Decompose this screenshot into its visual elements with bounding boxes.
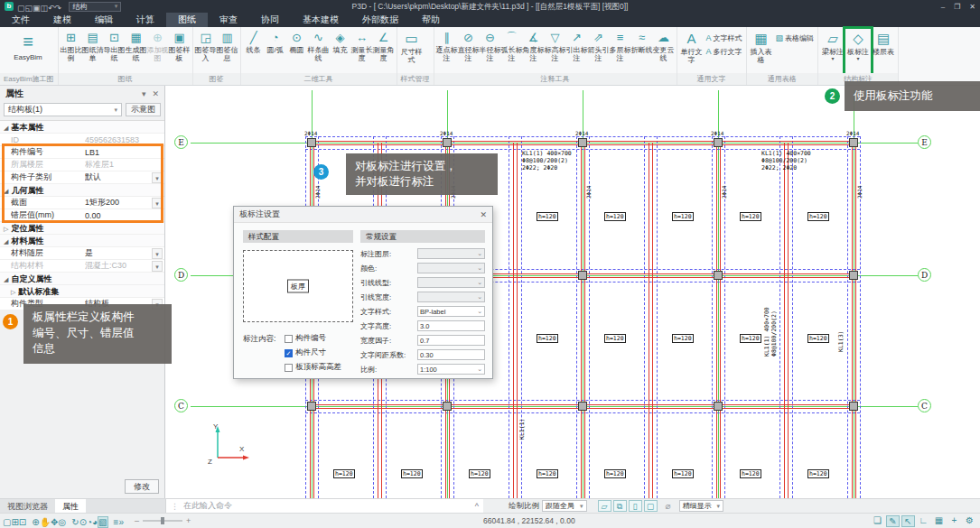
ribbon-button-ellipse[interactable]: ⊙椭圆 — [286, 29, 308, 73]
ribbon-button-angle-dim[interactable]: ∡角度标注 — [523, 29, 545, 73]
menu-item-外部数据[interactable]: 外部数据 — [350, 13, 410, 27]
new-window-icon[interactable]: ⊡ — [19, 517, 26, 527]
orbit-icon[interactable]: ↻ — [71, 517, 79, 527]
beam-visibility-icon[interactable]: ⧉ — [613, 500, 627, 512]
save-all-icon[interactable]: ◫ — [41, 4, 49, 13]
column[interactable] — [443, 402, 452, 411]
field-select[interactable]: ⌄ — [417, 292, 485, 302]
property-section-定位属性[interactable]: ▷定位属性 — [0, 222, 164, 235]
column[interactable] — [714, 138, 723, 147]
ribbon-button-measure-angle[interactable]: ∠测量角度 — [373, 29, 395, 73]
ribbon-button-arrow-leader[interactable]: ⇗箭头引注 — [588, 29, 610, 73]
zoom-slider[interactable]: – + — [135, 516, 191, 525]
ribbon-button-export-sheet[interactable]: ⊡导出图纸 — [104, 29, 126, 73]
grid-bubble-C-right[interactable]: C — [918, 399, 931, 412]
slab-edge-line[interactable] — [712, 136, 713, 498]
slab-thickness-tag[interactable]: h=120 — [740, 334, 761, 343]
wall-visibility-icon[interactable]: ▢ — [644, 500, 658, 512]
ribbon-button-table-edit[interactable]: ▧表格编辑 — [776, 32, 815, 43]
ribbon-button-insert-table[interactable]: ▦插入表格 — [749, 29, 774, 73]
column[interactable] — [578, 271, 587, 280]
checkbox-板顶标高高差[interactable]: 板顶标高高差 — [285, 360, 341, 375]
slab-edge-line[interactable] — [792, 136, 793, 498]
column[interactable] — [714, 271, 723, 280]
menu-item-审查[interactable]: 审查 — [208, 13, 249, 27]
ortho-mode-icon[interactable]: ∟ — [917, 515, 930, 527]
slab-edge-line[interactable] — [305, 136, 860, 137]
slab-thickness-tag[interactable]: h=120 — [807, 334, 829, 343]
collapse-command-icon[interactable]: ^ — [475, 502, 479, 511]
ribbon-button-radius-dim[interactable]: ⊖半径标注 — [480, 29, 501, 73]
checkbox-unchecked-icon[interactable] — [285, 364, 293, 372]
collapse-toolbar-icon[interactable]: » — [118, 517, 124, 527]
slab-thickness-tag[interactable]: h=120 — [604, 469, 626, 478]
beam-annotation[interactable]: KL1(3) — [838, 331, 845, 352]
ribbon-button-multilayer-dim[interactable]: ≡多层标注 — [610, 29, 631, 73]
dock-tab-视图浏览器[interactable]: 视图浏览器 — [0, 499, 55, 514]
slab-thickness-tag[interactable]: h=120 — [604, 334, 626, 343]
zoom-in-icon[interactable]: + — [186, 516, 191, 525]
draw-scale-select[interactable]: 跟随全局▾ — [542, 500, 587, 512]
slab-thickness-tag[interactable]: h=120 — [537, 334, 558, 343]
property-section-材料属性[interactable]: ◢材料属性 — [0, 235, 164, 247]
beam-annotation[interactable]: KL1(1) 400×700Φ8@100/200(2) — [764, 307, 779, 357]
checkbox-checked-icon[interactable]: ✓ — [285, 349, 293, 357]
zoom-window-icon[interactable]: ◎ — [59, 517, 67, 527]
slab-thickness-tag[interactable]: h=120 — [807, 212, 829, 221]
field-select[interactable]: BP-label⌄ — [417, 306, 485, 317]
schematic-button[interactable]: 示意图 — [126, 103, 161, 116]
slab-thickness-tag[interactable]: h=120 — [672, 334, 694, 343]
ribbon-button-sheet-list[interactable]: ▤图纸清单 — [82, 29, 104, 73]
maximize-button[interactable]: ❐ — [954, 3, 960, 11]
column[interactable] — [578, 138, 587, 147]
checkbox-构件尺寸[interactable]: ✓构件尺寸 — [285, 346, 341, 360]
slab-thickness-tag[interactable]: h=120 — [537, 469, 558, 478]
slab-edge-line[interactable] — [521, 136, 522, 498]
zoom-out-icon[interactable]: – — [135, 516, 139, 525]
zoom-extents-icon[interactable]: ⊕ — [32, 517, 39, 527]
beam-line-vertical[interactable] — [784, 143, 789, 498]
ribbon-button-diameter-dim[interactable]: ⊘直径标注 — [458, 29, 480, 73]
panel-pin-icon[interactable]: ▾ — [142, 89, 146, 98]
free-orbit-icon[interactable]: ⊙ — [79, 517, 87, 527]
ribbon-button-circle-arc[interactable]: ◔圆/弧 — [265, 29, 286, 73]
object-snap-icon[interactable]: + — [947, 515, 961, 527]
property-section-几何属性[interactable]: ◢几何属性 — [0, 184, 164, 197]
column-visibility-icon[interactable]: ▯ — [629, 500, 642, 512]
modify-button[interactable]: 修改 — [125, 479, 159, 494]
slab-thickness-tag[interactable]: h=120 — [469, 469, 490, 478]
viewport-config-icon[interactable]: ❏ — [871, 515, 884, 527]
field-input[interactable]: 0.30 — [417, 349, 485, 360]
ribbon-button-single-text[interactable]: A单行文字 — [679, 29, 705, 73]
grid-snap-icon[interactable]: ▦ — [932, 515, 946, 527]
view-cube-icon[interactable]: ▧ — [98, 516, 107, 528]
ribbon-button-leader-dim[interactable]: ↗引出标注 — [566, 29, 588, 73]
redo-icon[interactable]: ↷ — [55, 4, 62, 13]
element-type-select[interactable]: 结构板(1)▾ — [4, 103, 122, 116]
panel-close-icon[interactable]: ✕ — [152, 89, 159, 98]
mode-select[interactable]: 结构▾ — [69, 2, 121, 12]
field-select[interactable]: ⌄ — [417, 248, 485, 259]
beam-annotation[interactable]: KL1(1) 400×700Φ8@100/200(2)2Φ22; 2Φ20 — [522, 151, 572, 171]
ribbon-button-measure-length[interactable]: ↔测量长度 — [351, 29, 373, 73]
field-input[interactable]: 0.7 — [417, 335, 485, 346]
slab-thickness-tag[interactable]: h=120 — [807, 469, 829, 478]
menu-item-协同[interactable]: 协同 — [249, 13, 291, 27]
undo-icon[interactable]: ↶ — [48, 4, 55, 13]
dropdown-arrow-icon[interactable]: ▾ — [152, 248, 163, 259]
ribbon-button-slab-annotate[interactable]: ◇板标注▾ — [845, 29, 871, 73]
grid-bubble-C-left[interactable]: C — [174, 399, 188, 412]
slab-visibility-icon[interactable]: ▱ — [598, 500, 611, 512]
detail-display-select[interactable]: 精细显示▾ — [679, 500, 724, 512]
column[interactable] — [714, 402, 723, 411]
column[interactable] — [307, 138, 316, 147]
dialog-title-bar[interactable]: 板标注设置 ✕ — [234, 207, 492, 223]
checkbox-构件编号[interactable]: 构件编号 — [285, 331, 341, 346]
slab-edge-line[interactable] — [644, 136, 645, 498]
slab-thickness-tag[interactable]: h=120 — [740, 212, 761, 221]
slab-thickness-tag[interactable]: h=120 — [604, 212, 626, 221]
column[interactable] — [443, 138, 452, 147]
field-select[interactable]: ⌄ — [417, 277, 485, 288]
grid-bubble-E-left[interactable]: E — [174, 135, 188, 149]
zoom-slider-track[interactable] — [143, 520, 182, 522]
